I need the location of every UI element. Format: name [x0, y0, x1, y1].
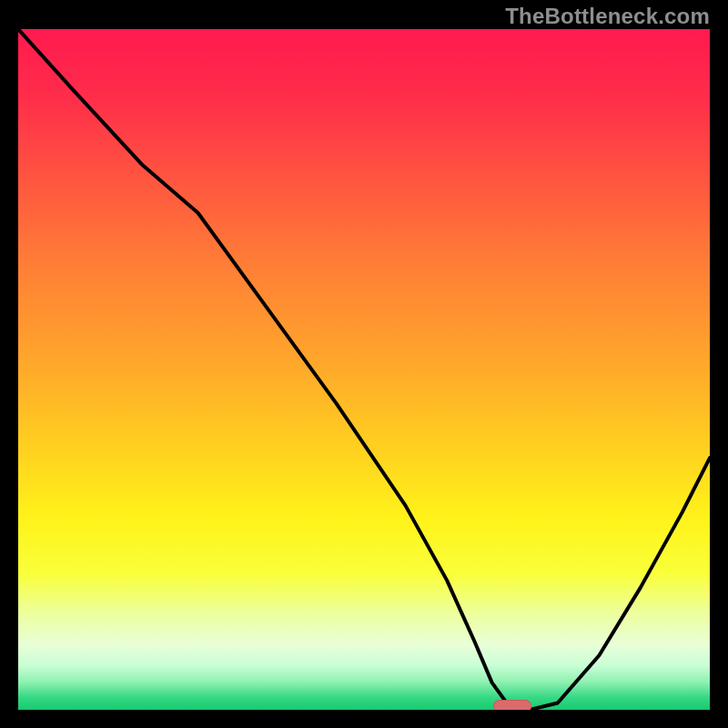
gradient-background — [18, 29, 710, 710]
optimal-point-marker — [493, 700, 531, 711]
plot-area — [18, 29, 710, 710]
curve-layer — [18, 29, 710, 710]
watermark-text: TheBottleneck.com — [505, 4, 710, 29]
chart-frame: TheBottleneck.com — [0, 0, 728, 728]
